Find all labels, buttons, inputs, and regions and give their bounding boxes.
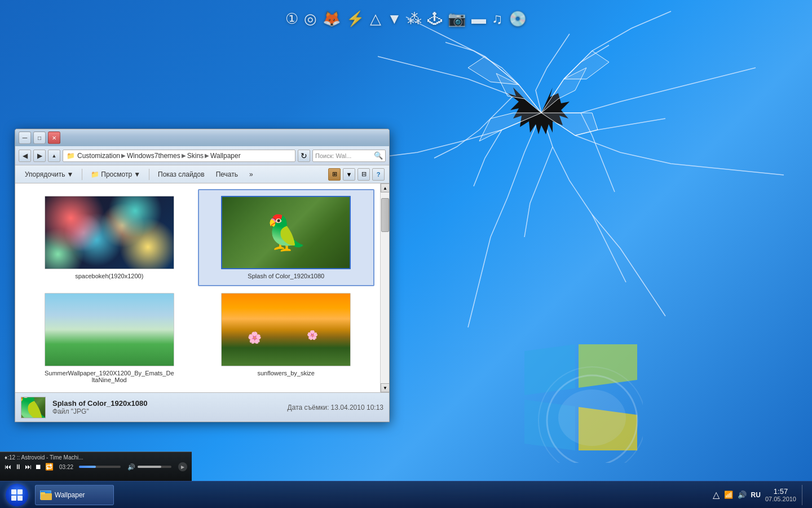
arrange-button[interactable]: Упорядочить ▼ [20, 168, 78, 181]
svg-rect-12 [17, 489, 23, 494]
more-button[interactable]: » [244, 168, 258, 181]
dock-icon-7[interactable]: ⁂ [407, 10, 422, 28]
thumb-parrot-image [222, 197, 350, 268]
file-grid: spacebokeh(1920x1200) Splash of Color_19… [15, 183, 380, 392]
status-filename: Splash of Color_1920x1080 [52, 399, 281, 408]
scroll-thumb[interactable] [381, 198, 389, 232]
status-date: Дата съёмки: 13.04.2010 10:13 [288, 404, 383, 411]
media-prev-button[interactable]: ⏮ [5, 463, 11, 471]
search-placeholder: Поиск: Wal... [315, 152, 351, 159]
file-name-summer: SummerWallpaper_1920X1200_By_Emats_Delta… [45, 370, 174, 383]
search-box[interactable]: Поиск: Wal... 🔍 [312, 150, 386, 162]
title-bar-controls: ─ □ ✕ [19, 132, 60, 144]
volume-bar[interactable] [138, 466, 171, 468]
breadcrumb-part3[interactable]: Skins [187, 152, 204, 160]
back-button[interactable]: ◀ [19, 150, 31, 162]
svg-rect-14 [17, 496, 23, 501]
breadcrumb-part4[interactable]: Wallpaper [210, 152, 241, 160]
volume-fill [138, 466, 161, 468]
file-item-sunflowers[interactable]: sunflowers_by_skize [198, 286, 375, 390]
media-options-button[interactable]: ▶ [178, 462, 187, 471]
breadcrumb-part2[interactable]: Windows7themes [127, 152, 180, 160]
thumb-summer-image [45, 294, 174, 366]
taskbar-wallpaper-button[interactable]: Wallpaper [35, 485, 114, 505]
dock-icon-12[interactable]: 💿 [509, 10, 527, 28]
media-next-button[interactable]: ⏭ [25, 463, 32, 471]
media-options-icon: ▶ [181, 465, 184, 470]
print-button[interactable]: Печать [211, 168, 243, 181]
print-label: Печать [216, 170, 238, 178]
dock-icon-3[interactable]: 🦊 [323, 10, 341, 28]
explorer-window: ─ □ ✕ ◀ ▶ ▲ 📁 Customization ▶ Windows7th… [15, 129, 390, 422]
dock-icon-2[interactable]: ◎ [304, 10, 317, 28]
breadcrumb[interactable]: 📁 Customization ▶ Windows7themes ▶ Skins… [63, 150, 295, 162]
search-icon[interactable]: 🔍 [374, 151, 383, 160]
dock-icon-6[interactable]: ▼ [387, 10, 401, 28]
toolbar-separator-2 [149, 169, 149, 180]
file-item-parrot[interactable]: Splash of Color_1920x1080 [198, 189, 375, 286]
view-toggle-button[interactable]: ⊞ [328, 168, 341, 181]
dock-icon-10[interactable]: ▬ [471, 10, 486, 28]
volume-tray-icon[interactable]: 🔊 [738, 491, 747, 499]
view-label: Просмотр [101, 170, 132, 178]
file-item-summer[interactable]: SummerWallpaper_1920X1200_By_Emats_Delta… [21, 286, 198, 390]
dock-icon-1[interactable]: ① [285, 10, 298, 28]
tray-language[interactable]: RU [751, 491, 761, 499]
breadcrumb-arrow-1: ▶ [121, 152, 126, 159]
arrange-label: Упорядочить [25, 170, 65, 178]
close-button[interactable]: ✕ [48, 132, 60, 144]
file-thumb-spacebokeh [45, 196, 174, 269]
file-item-spacebokeh[interactable]: spacebokeh(1920x1200) [21, 189, 198, 286]
grid-icon: ⊞ [332, 170, 337, 178]
dock-icon-8[interactable]: 🕹 [427, 10, 442, 28]
taskbar: Wallpaper △ 📶 🔊 RU 1:57 07.05.2010 [0, 481, 812, 508]
up-button[interactable]: ▲ [48, 150, 60, 162]
dock-icon-11[interactable]: ♫ [492, 10, 503, 28]
file-thumb-parrot [221, 196, 351, 269]
media-controls: ⏮ ⏸ ⏭ ⏹ 🔁 03:22 🔊 ▶ [5, 462, 187, 471]
media-stop-button[interactable]: ⏹ [35, 463, 42, 471]
forward-button[interactable]: ▶ [33, 150, 46, 162]
svg-rect-13 [11, 496, 16, 501]
media-player: ♦:12 :: Astrovoid - Time Machi... ⏮ ⏸ ⏭ … [0, 452, 192, 481]
desktop: ① ◎ 🦊 ⚡ △ ▼ ⁂ 🕹 📷 ▬ ♫ 💿 ─ □ ✕ ◀ ▶ ▲ 📁 [0, 0, 812, 508]
dock-icon-5[interactable]: △ [370, 10, 381, 28]
svg-marker-7 [564, 51, 609, 79]
help-button[interactable]: ? [372, 168, 385, 181]
dock-icon-4[interactable]: ⚡ [346, 10, 364, 28]
tray-clock[interactable]: 1:57 07.05.2010 [765, 487, 796, 502]
status-date-label: Дата съёмки: [288, 404, 329, 411]
status-date-value: 13.04.2010 10:13 [331, 404, 383, 411]
start-orb [6, 484, 28, 506]
status-thumb-image [21, 397, 45, 418]
windows-start-icon [11, 489, 23, 501]
start-button[interactable] [2, 483, 32, 507]
scroll-up-button[interactable]: ▲ [381, 183, 389, 192]
media-repeat-button[interactable]: 🔁 [45, 463, 54, 471]
view-button[interactable]: 📁 Просмотр ▼ [86, 168, 145, 181]
show-desktop-button[interactable] [802, 485, 805, 505]
thumb-bokeh-image [45, 196, 174, 269]
network-icon[interactable]: 📶 [724, 491, 733, 499]
folder-icon [41, 491, 52, 500]
media-play-button[interactable]: ⏸ [15, 463, 21, 471]
view-dropdown-button[interactable]: ▼ [343, 168, 355, 181]
slideshow-button[interactable]: Показ слайдов [153, 168, 210, 181]
refresh-button[interactable]: ↻ [298, 150, 310, 162]
progress-bar[interactable] [79, 466, 121, 468]
windows-logo [519, 339, 643, 463]
svg-marker-6 [468, 56, 519, 85]
scroll-track[interactable] [381, 192, 389, 383]
maximize-button[interactable]: □ [33, 132, 46, 144]
file-name-parrot: Splash of Color_1920x1080 [248, 273, 324, 279]
tray-icon-1[interactable]: △ [713, 489, 720, 500]
toolbar-right: ⊞ ▼ ⊟ ? [328, 168, 385, 181]
details-pane-button[interactable]: ⊟ [358, 168, 370, 181]
breadcrumb-part1[interactable]: Customization [77, 152, 120, 160]
dock-icon-9[interactable]: 📷 [448, 10, 466, 28]
minimize-button[interactable]: ─ [19, 132, 31, 144]
file-name-sunflowers: sunflowers_by_skize [258, 370, 315, 376]
scroll-down-button[interactable]: ▼ [381, 383, 389, 392]
status-bar: Splash of Color_1920x1080 Файл "JPG" Дат… [15, 392, 389, 422]
thumb-sunflowers-image [222, 294, 350, 366]
